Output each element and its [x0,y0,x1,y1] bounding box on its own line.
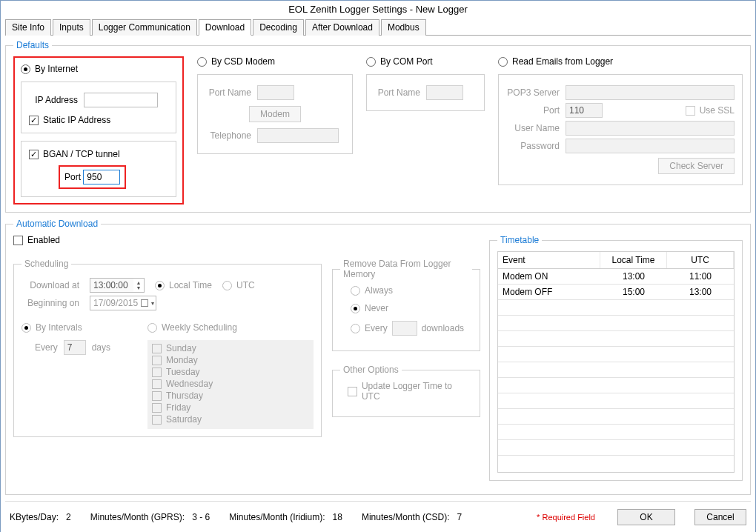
email-port-input [566,103,603,118]
ip-address-input[interactable] [84,93,158,107]
remove-always-radio: Always [351,285,472,296]
every-label: Every [35,342,58,353]
tab-site-info[interactable]: Site Info [5,19,51,36]
local-time-radio: Local Time [155,280,212,290]
bgan-port-input[interactable] [83,170,120,184]
weekly-scheduling-radio: Weekly Scheduling [147,322,314,333]
static-ip-checkbox[interactable]: Static IP Address [29,115,168,125]
by-internet-highlight: By Internet IP Address Static IP Address [13,56,184,205]
download-at-spinner: ▲▼ [90,278,145,293]
every-input [64,340,86,355]
pop3-label: POP3 Server [506,87,560,98]
username-input [566,121,735,136]
csd-portname-label: Port Name [205,87,251,98]
tab-download[interactable]: Download [199,19,251,36]
bgan-port-highlight: Port [59,165,126,189]
tab-after-download[interactable]: After Download [305,19,379,36]
username-label: User Name [506,123,560,133]
by-intervals-radio: By Intervals [21,322,133,333]
check-server-button: Check Server [658,158,735,174]
auto-legend: Automatic Download [13,219,101,229]
timetable-group: Timetable Event Local Time UTC Modem ON1… [489,235,743,481]
remove-every-radio: Every downloads [351,321,472,336]
timetable-body: Modem ON13:0011:00 Modem OFF15:0013:00 [497,269,735,473]
scheduling-legend: Scheduling [21,259,71,269]
auto-download-group: Automatic Download Enabled Scheduling Do… [5,219,751,495]
com-portname-label: Port Name [374,87,420,98]
csd-portname-input [257,85,294,100]
defaults-legend: Defaults [13,40,52,50]
bgan-port-label: Port [64,172,81,182]
status-footer: KBytes/Day: 2 Minutes/Month (GPRS): 3 - … [5,501,751,528]
by-csd-radio[interactable]: By CSD Modem [197,56,353,67]
tab-logger-comm[interactable]: Logger Communication [92,19,197,36]
csd-telephone-label: Telephone [205,130,251,141]
email-port-label: Port [506,105,560,116]
window-title: EOL Zenith Logger Settings - New Logger [1,1,755,17]
tab-inputs[interactable]: Inputs [53,19,90,36]
utc-radio: UTC [222,280,255,290]
password-label: Password [506,141,560,151]
auto-enabled-checkbox[interactable]: Enabled [13,235,480,245]
beginning-on-label: Beginning on [21,298,79,308]
update-utc-checkbox: Update Logger Time to UTC [348,381,472,402]
defaults-group: Defaults By Internet IP Address [5,40,751,213]
csd-modem-button: Modem [249,106,301,122]
table-row: Modem ON13:0011:00 [498,269,734,285]
timetable-legend: Timetable [497,235,542,245]
table-row: Modem OFF15:0013:00 [498,285,734,300]
timetable-header: Event Local Time UTC [497,251,735,269]
remove-data-legend: Remove Data From Logger Memory [340,259,472,279]
download-at-label: Download at [21,280,79,290]
pop3-input [566,85,735,100]
remove-every-input [392,321,417,336]
by-internet-radio[interactable]: By Internet [21,64,176,74]
bgan-checkbox[interactable]: BGAN / TCP tunnel [29,149,168,159]
tabs: Site Info Inputs Logger Communication Do… [5,19,751,36]
password-input [566,139,735,153]
use-ssl-checkbox: Use SSL [686,105,735,116]
cancel-button[interactable]: Cancel [694,509,746,525]
csd-telephone-input [257,128,339,143]
tab-decoding[interactable]: Decoding [253,19,304,36]
tab-modbus[interactable]: Modbus [381,19,426,36]
days-label: days [92,342,110,353]
other-options-legend: Other Options [340,365,402,375]
ip-address-label: IP Address [29,95,78,105]
required-field-note: Required Field [537,513,598,522]
com-portname-input [426,85,463,100]
remove-never-radio: Never [351,303,472,313]
by-com-radio[interactable]: By COM Port [366,56,485,67]
weekday-list: Sunday Monday Tuesday Wednesday Thursday… [147,340,314,429]
ok-button[interactable]: OK [617,509,675,525]
read-emails-radio[interactable]: Read Emails from Logger [498,56,743,67]
beginning-on-picker: 17/09/2015 ▾ [90,296,156,310]
